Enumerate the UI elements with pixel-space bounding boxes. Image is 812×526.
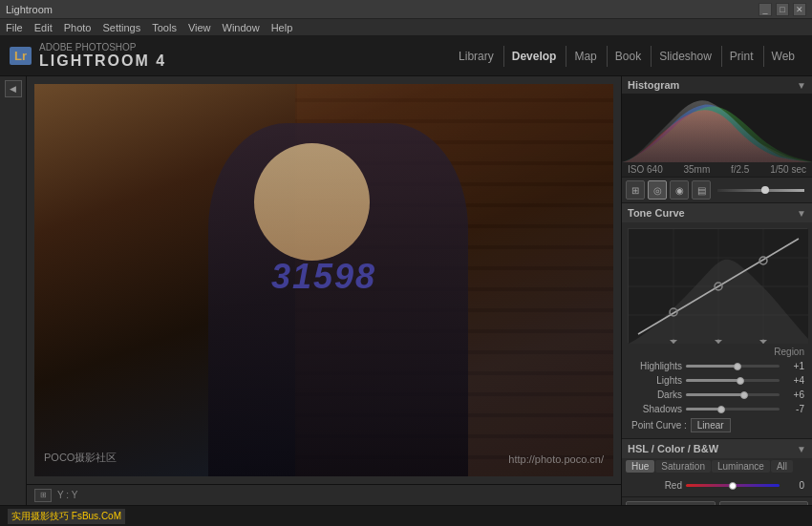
photo-placeholder: 31598 http://photo.poco.cn/ POCO摄影社区 bbox=[34, 84, 613, 476]
tool-grad[interactable]: ▤ bbox=[692, 180, 711, 200]
shadows-slider[interactable] bbox=[686, 408, 780, 410]
menu-photo[interactable]: Photo bbox=[64, 22, 92, 33]
lights-slider[interactable] bbox=[686, 379, 780, 382]
close-button[interactable]: ✕ bbox=[793, 3, 806, 16]
tone-curve-content: Region Highlights +1 Lights bbox=[622, 222, 812, 438]
highlights-thumb bbox=[734, 363, 741, 370]
left-panel-toggle[interactable]: ◀ bbox=[5, 80, 22, 97]
tone-curve-collapse-icon: ▼ bbox=[797, 208, 806, 219]
tool-heal[interactable]: ◎ bbox=[648, 180, 667, 200]
bottom-bar: 实用摄影技巧 FsBus.CoM bbox=[0, 505, 812, 526]
histogram-section: Histogram ▼ bbox=[622, 76, 812, 178]
hsl-subtab-saturation[interactable]: Saturation bbox=[655, 460, 711, 473]
right-panel: Histogram ▼ bbox=[621, 76, 812, 505]
histogram-canvas bbox=[622, 94, 812, 162]
hsl-red-slider[interactable] bbox=[686, 484, 780, 487]
menubar: File Edit Photo Settings Tools View Wind… bbox=[0, 19, 812, 36]
darks-fill bbox=[686, 393, 744, 396]
titlebar: Lightroom _ □ ✕ bbox=[0, 0, 812, 19]
photo-toolbar: ⊞ Y : Y bbox=[27, 484, 621, 505]
bottom-left-text: 实用摄影技巧 FsBus.CoM bbox=[8, 509, 125, 524]
tab-book[interactable]: Book bbox=[607, 46, 649, 67]
histogram-header[interactable]: Histogram ▼ bbox=[622, 76, 812, 94]
shadows-value: -7 bbox=[783, 404, 804, 414]
lights-value: +4 bbox=[783, 375, 804, 386]
tab-develop[interactable]: Develop bbox=[503, 46, 565, 67]
action-buttons: Previous Reset bbox=[622, 497, 812, 505]
tone-curve-title: Tone Curve bbox=[628, 207, 685, 219]
menu-view[interactable]: View bbox=[188, 22, 211, 33]
histogram-collapse-icon: ▼ bbox=[797, 80, 806, 91]
histogram-iso: ISO 640 bbox=[628, 164, 663, 175]
menu-file[interactable]: File bbox=[6, 22, 23, 33]
darks-label: Darks bbox=[630, 389, 682, 400]
tool-strip: ⊞ ◎ ◉ ▤ bbox=[622, 178, 812, 203]
reset-button[interactable]: Reset bbox=[719, 501, 809, 505]
header: Lr ADOBE PHOTOSHOP LIGHTROOM 4 Library D… bbox=[0, 36, 812, 76]
tone-curve-section: Tone Curve ▼ bbox=[622, 203, 812, 439]
nav-tabs: Library Develop Map Book Slideshow Print… bbox=[451, 46, 802, 67]
lights-row: Lights +4 bbox=[626, 373, 808, 388]
menu-tools[interactable]: Tools bbox=[152, 22, 177, 33]
tone-curve-graph[interactable] bbox=[628, 228, 807, 343]
tab-slideshow[interactable]: Slideshow bbox=[651, 46, 719, 67]
histogram-aperture: f/2.5 bbox=[731, 164, 749, 175]
highlights-label: Highlights bbox=[630, 361, 682, 371]
histogram-focal: 35mm bbox=[683, 164, 710, 175]
point-curve-label: Point Curve : bbox=[631, 420, 687, 431]
window-controls[interactable]: _ □ ✕ bbox=[759, 3, 806, 16]
tab-map[interactable]: Map bbox=[566, 46, 604, 67]
tab-print[interactable]: Print bbox=[721, 46, 761, 67]
watermark-overlay: 31598 bbox=[271, 256, 376, 296]
hsl-subtab-all[interactable]: All bbox=[771, 460, 793, 473]
tool-redeye[interactable]: ◉ bbox=[670, 180, 689, 200]
lights-fill bbox=[686, 379, 740, 382]
logo-area: Lr ADOBE PHOTOSHOP LIGHTROOM 4 bbox=[10, 42, 166, 70]
tool-crop[interactable]: ⊞ bbox=[626, 180, 645, 200]
shadows-row: Shadows -7 bbox=[626, 402, 808, 416]
hsl-red-value: 0 bbox=[783, 480, 804, 491]
hsl-header[interactable]: HSL / Color / B&W ▼ bbox=[622, 439, 812, 458]
histogram-title: Histogram bbox=[628, 79, 679, 91]
minimize-button[interactable]: _ bbox=[759, 3, 772, 16]
tone-curve-svg bbox=[629, 229, 808, 344]
highlights-value: +1 bbox=[783, 361, 804, 371]
darks-row: Darks +6 bbox=[626, 388, 808, 402]
hsl-collapse-icon: ▼ bbox=[797, 444, 806, 454]
hsl-subtabs: Hue Saturation Luminance All bbox=[622, 458, 812, 474]
histogram-info: ISO 640 35mm f/2.5 1/50 sec bbox=[622, 162, 812, 177]
lights-label: Lights bbox=[630, 375, 682, 386]
lr-badge: Lr bbox=[10, 47, 32, 65]
left-panel: ◀ bbox=[0, 76, 27, 505]
shadows-fill bbox=[686, 408, 721, 410]
tab-library[interactable]: Library bbox=[451, 46, 502, 67]
hsl-section: HSL / Color / B&W ▼ Hue Saturation Lumin… bbox=[622, 439, 812, 497]
menu-settings[interactable]: Settings bbox=[102, 22, 140, 33]
darks-thumb bbox=[740, 391, 748, 399]
watermark-brand: POCO摄影社区 bbox=[44, 451, 117, 465]
menu-edit[interactable]: Edit bbox=[34, 22, 53, 33]
maximize-button[interactable]: □ bbox=[776, 3, 789, 16]
exposure-slider[interactable] bbox=[717, 189, 804, 192]
tone-curve-header[interactable]: Tone Curve ▼ bbox=[622, 203, 812, 222]
menu-window[interactable]: Window bbox=[223, 22, 260, 33]
point-curve-row: Point Curve : Linear bbox=[626, 416, 808, 434]
darks-slider[interactable] bbox=[686, 393, 780, 396]
hsl-title: HSL / Color / B&W bbox=[628, 443, 718, 454]
hsl-subtab-luminance[interactable]: Luminance bbox=[712, 460, 770, 473]
previous-button[interactable]: Previous bbox=[626, 501, 716, 505]
photo-toolbar-grid[interactable]: ⊞ bbox=[34, 489, 52, 502]
region-label: Region bbox=[626, 345, 808, 359]
shadows-thumb bbox=[717, 406, 725, 413]
menu-help[interactable]: Help bbox=[271, 22, 293, 33]
highlights-slider[interactable] bbox=[686, 365, 780, 368]
hsl-subtab-hue[interactable]: Hue bbox=[626, 460, 654, 473]
app-name-area: ADOBE PHOTOSHOP LIGHTROOM 4 bbox=[39, 42, 166, 70]
hsl-red-label: Red bbox=[630, 480, 682, 491]
point-curve-dropdown[interactable]: Linear bbox=[691, 418, 731, 432]
histogram-svg bbox=[622, 94, 812, 162]
tab-web[interactable]: Web bbox=[763, 46, 802, 67]
lights-thumb bbox=[737, 377, 744, 385]
hsl-red-row: Red 0 bbox=[626, 478, 808, 493]
main-layout: ◀ 31598 http://photo.poco.cn/ POCO摄影社区 ⊞ bbox=[0, 76, 812, 505]
